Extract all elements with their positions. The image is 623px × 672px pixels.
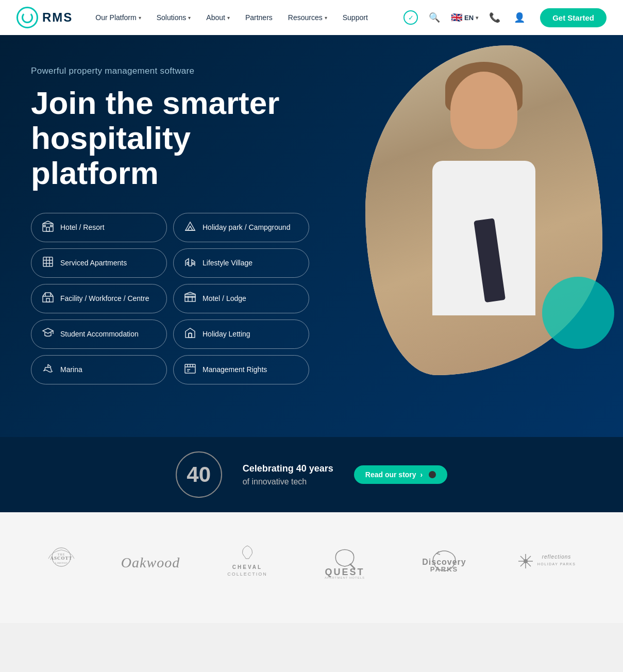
navbar: RMS Our Platform ▾ Solutions ▾ About ▾ P…: [0, 0, 623, 35]
search-button[interactable]: 🔍: [426, 9, 443, 26]
logo[interactable]: RMS: [16, 7, 73, 28]
svg-text:ASCOTT: ASCOTT: [50, 556, 73, 561]
nav-support[interactable]: Support: [336, 9, 374, 26]
brand-cheval[interactable]: CHEVAL COLLECTION: [214, 543, 281, 582]
hero-section: Powerful property management software Jo…: [0, 35, 623, 437]
property-lifestyle-village[interactable]: Lifestyle Village: [173, 248, 309, 278]
brand-oakwood[interactable]: Oakwood: [117, 551, 184, 574]
village-icon: [184, 256, 196, 271]
svg-rect-12: [43, 296, 53, 302]
logo-text: RMS: [42, 10, 73, 25]
cheval-logo: CHEVAL COLLECTION: [214, 543, 281, 582]
nav-solutions[interactable]: Solutions ▾: [150, 9, 197, 26]
hero-title: Join the smarter hospitality platform: [31, 86, 319, 191]
account-button[interactable]: 👤: [511, 9, 528, 26]
svg-rect-15: [46, 298, 49, 302]
marina-icon: [42, 362, 54, 377]
svg-rect-10: [187, 262, 189, 264]
chevron-down-icon: ▾: [325, 15, 327, 21]
svg-text:QUEST: QUEST: [325, 567, 364, 577]
svg-text:APARTMENT HOTELS: APARTMENT HOTELS: [325, 576, 365, 579]
reflections-logo: reflections HOLIDAY PARKS: [510, 546, 587, 579]
arrow-icon: ›: [420, 471, 423, 479]
checkmark-icon[interactable]: ✓: [403, 10, 418, 25]
nav-icons: ✓ 🔍 🇬🇧 EN ▾ 📞 👤 Get Started: [403, 8, 607, 27]
flag-icon: 🇬🇧: [451, 12, 462, 23]
property-facility-workforce[interactable]: Facility / Workforce / Centre: [31, 284, 167, 313]
student-icon: [42, 327, 54, 342]
hero-image: [365, 45, 602, 375]
property-hotel-resort[interactable]: Hotel / Resort: [31, 213, 167, 242]
svg-rect-1: [46, 227, 49, 231]
management-icon: [184, 362, 196, 377]
hotel-icon: [42, 220, 54, 235]
campground-icon: [184, 220, 196, 235]
motel-icon: [184, 291, 196, 306]
anniversary-logo: 40: [176, 451, 222, 498]
nav-our-platform[interactable]: Our Platform ▾: [89, 9, 147, 26]
svg-rect-5: [43, 257, 53, 266]
svg-text:CHEVAL: CHEVAL: [232, 564, 262, 570]
hero-content: Powerful property management software Jo…: [31, 66, 319, 384]
read-story-button[interactable]: Read our story ›: [354, 465, 447, 484]
cursor-indicator: [429, 471, 436, 478]
chevron-down-icon: ▾: [227, 15, 230, 21]
svg-text:HOLIDAY PARKS: HOLIDAY PARKS: [537, 562, 576, 566]
facility-icon: [42, 291, 54, 306]
apartments-icon: [42, 256, 54, 271]
house-icon: [184, 327, 196, 342]
oakwood-logo: Oakwood: [117, 551, 184, 574]
svg-text:COLLECTION: COLLECTION: [228, 572, 268, 577]
property-motel-lodge[interactable]: Motel / Lodge: [173, 284, 309, 313]
quest-logo: QUEST APARTMENT HOTELS: [311, 546, 378, 579]
teal-accent-circle: [542, 277, 614, 349]
brand-discovery[interactable]: Discovery PARKS: [408, 543, 480, 582]
nav-about[interactable]: About ▾: [200, 9, 236, 26]
get-started-button[interactable]: Get Started: [540, 8, 607, 27]
svg-rect-3: [50, 225, 52, 227]
person-tie: [474, 218, 506, 303]
language-selector[interactable]: 🇬🇧 EN ▾: [451, 12, 478, 23]
anniversary-circle: 40: [176, 451, 222, 498]
brand-reflections[interactable]: reflections HOLIDAY PARKS: [510, 546, 587, 579]
property-holiday-letting[interactable]: Holiday Letting: [173, 320, 309, 349]
svg-rect-11: [192, 263, 194, 264]
svg-text:Oakwood: Oakwood: [121, 555, 180, 570]
discovery-logo: Discovery PARKS: [408, 543, 480, 582]
brand-ascott[interactable]: THE ASCOTT LIMITED: [36, 546, 87, 579]
svg-point-45: [524, 559, 528, 563]
chevron-down-icon: ▾: [139, 15, 141, 21]
logo-icon: [16, 7, 38, 28]
anniversary-text: Celebrating 40 years of innovative tech: [243, 462, 333, 488]
nav-partners[interactable]: Partners: [239, 9, 279, 26]
person-head: [450, 72, 517, 149]
logos-section: THE ASCOTT LIMITED Oakwood CHEVAL COLLEC…: [0, 512, 623, 623]
property-marina[interactable]: Marina: [31, 355, 167, 384]
svg-text:reflections: reflections: [542, 554, 571, 560]
chevron-down-icon: ▾: [476, 15, 478, 21]
property-holiday-park[interactable]: Holiday park / Campground: [173, 213, 309, 242]
svg-rect-21: [189, 333, 192, 338]
phone-button[interactable]: 📞: [486, 9, 503, 26]
person-body: [432, 161, 535, 315]
svg-rect-17: [185, 296, 195, 297]
anniversary-banner: 40 Celebrating 40 years of innovative te…: [0, 437, 623, 512]
anniversary-number: 40: [187, 464, 211, 485]
chevron-down-icon: ▾: [188, 15, 191, 21]
brand-quest[interactable]: QUEST APARTMENT HOTELS: [311, 546, 378, 579]
property-grid: Hotel / Resort Holiday park / Campground: [31, 213, 309, 384]
property-student-accommodation[interactable]: Student Accommodation: [31, 320, 167, 349]
nav-links: Our Platform ▾ Solutions ▾ About ▾ Partn…: [89, 9, 403, 26]
property-management-rights[interactable]: Management Rights: [173, 355, 309, 384]
svg-rect-16: [185, 294, 195, 301]
property-serviced-apartments[interactable]: Serviced Apartments: [31, 248, 167, 278]
ascott-logo: THE ASCOTT LIMITED: [36, 546, 87, 579]
hero-subtitle: Powerful property management software: [31, 66, 319, 76]
nav-resources[interactable]: Resources ▾: [282, 9, 333, 26]
svg-text:LIMITED: LIMITED: [55, 562, 68, 564]
svg-text:PARKS: PARKS: [430, 565, 458, 573]
svg-rect-2: [44, 225, 45, 227]
